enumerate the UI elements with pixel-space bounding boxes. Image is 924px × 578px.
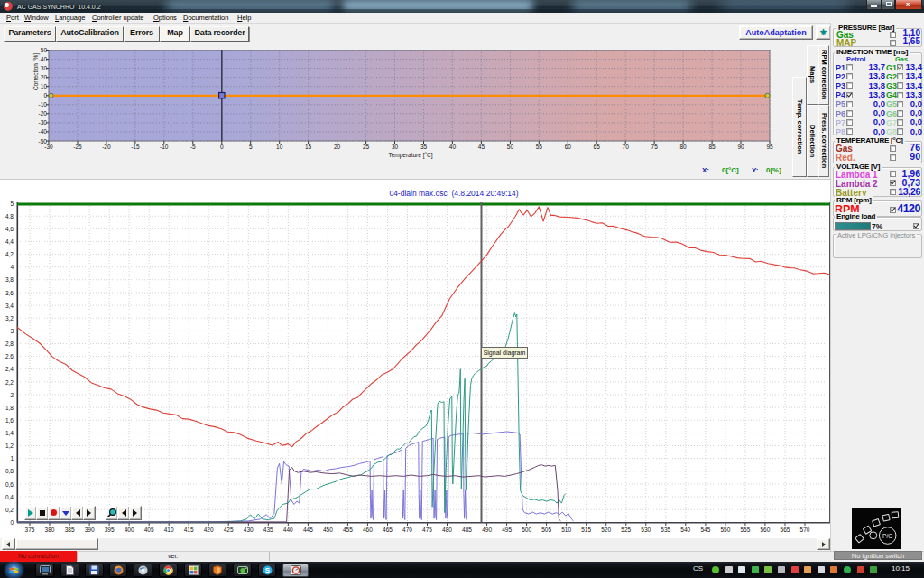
svg-text:P/G: P/G [882,533,892,539]
svg-text:S: S [265,566,271,574]
